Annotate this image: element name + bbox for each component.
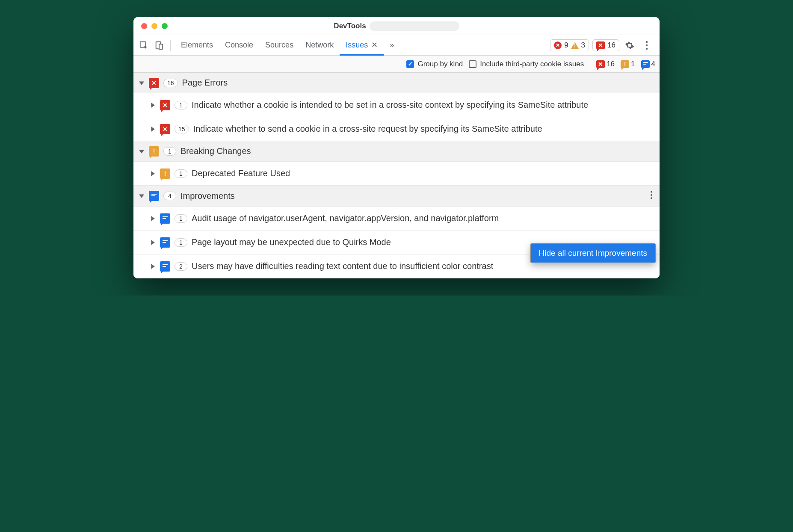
filter-chip-errors[interactable]: ✕ 16 [596,60,615,68]
tab-label: Issues [346,41,368,50]
group-header-improvements[interactable]: 4 Improvements [133,186,660,207]
separator [590,59,590,69]
error-icon: ✕ [554,41,562,49]
chevron-right-icon [150,127,156,132]
warning-bubble-icon: ! [160,168,170,179]
kebab-icon[interactable] [640,38,654,52]
issue-count: 1 [175,214,187,223]
issue-title: Page layout may be unexpected due to Qui… [192,236,391,248]
devtools-window: DevTools Elements Console Sources Networ… [133,17,660,278]
count: 4 [651,60,655,68]
warning-icon [571,42,579,49]
toolbar-separator [170,40,171,51]
toolbar-right: ✕ 9 3 ✕ 16 [550,38,656,52]
group-header-errors[interactable]: ✕ 16 Page Errors [133,73,660,93]
issue-row[interactable]: 1 Audit usage of navigator.userAgent, na… [133,207,660,231]
warning-count: 3 [581,41,585,50]
group-title: Breaking Changes [180,146,251,156]
tab-label: Sources [265,41,293,50]
group-title: Page Errors [182,78,228,88]
tab-network[interactable]: Network [299,35,340,56]
improvement-bubble-icon [641,60,650,68]
group-by-kind-label: Group by kind [417,60,463,68]
menu-item-hide-improvements[interactable]: Hide all current Improvements [539,248,647,258]
error-bubble-icon: ✕ [149,78,159,88]
issue-row[interactable]: ✕ 1 Indicate whether a cookie is intende… [133,93,660,117]
device-toolbar-icon[interactable] [152,38,166,52]
issues-count: 16 [607,41,615,50]
issue-count: 1 [175,169,187,178]
titlebar: DevTools [133,17,660,35]
issue-title: Indicate whether to send a cookie in a c… [193,123,542,135]
third-party-toggle[interactable]: Include third-party cookie issues [469,60,584,68]
issue-title: Users may have difficulties reading text… [192,260,493,272]
chevron-right-icon [150,216,156,221]
third-party-label: Include third-party cookie issues [480,60,584,68]
warning-bubble-icon: ! [149,146,159,157]
count: 1 [631,60,635,68]
console-status-pill[interactable]: ✕ 9 3 [550,39,589,51]
issue-count: 1 [175,101,187,109]
error-count: 9 [564,41,568,50]
main-toolbar: Elements Console Sources Network Issues … [133,35,660,56]
tab-sources[interactable]: Sources [259,35,299,56]
filter-chip-warnings[interactable]: ! 1 [621,60,635,68]
improvement-bubble-icon [160,213,170,224]
tab-label: Elements [181,41,213,50]
tab-label: Network [305,41,334,50]
warning-bubble-icon: ! [621,60,629,68]
issue-count: 15 [175,125,189,133]
filter-chip-improvements[interactable]: 4 [641,60,655,68]
gear-icon[interactable] [623,38,636,52]
error-bubble-icon: ✕ [160,124,170,134]
issues-status-pill[interactable]: ✕ 16 [592,39,619,51]
svg-point-6 [651,191,652,193]
group-count: 1 [163,147,176,156]
svg-point-5 [646,47,648,49]
chevron-right-icon [150,103,156,108]
group-header-warnings[interactable]: ! 1 Breaking Changes [133,141,660,162]
svg-point-7 [651,194,652,196]
improvement-bubble-icon [160,237,170,248]
issue-title: Deprecated Feature Used [192,168,290,179]
chevron-down-icon [139,193,145,198]
issue-count: 1 [175,238,187,247]
error-bubble-icon: ✕ [596,60,605,68]
group-count: 4 [163,192,176,200]
issue-row[interactable]: ! 1 Deprecated Feature Used [133,162,660,186]
tab-label: Console [225,41,253,50]
kebab-icon[interactable] [648,189,654,203]
inspect-element-icon[interactable] [137,38,151,52]
issue-count: 2 [175,262,187,271]
svg-rect-2 [159,44,163,49]
context-menu: Hide all current Improvements [531,244,655,263]
issue-title: Audit usage of navigator.userAgent, navi… [192,213,499,224]
error-bubble-icon: ✕ [160,100,170,110]
svg-point-3 [646,41,648,42]
chevron-right-icon [150,240,156,245]
issues-filter-bar: Group by kind Include third-party cookie… [133,56,660,73]
group-by-kind-toggle[interactable]: Group by kind [406,60,463,68]
chevron-double-right-icon: » [390,41,394,50]
issue-title: Indicate whether a cookie is intended to… [192,99,588,111]
group-title: Improvements [180,191,235,201]
tab-overflow[interactable]: » [384,35,400,56]
window-title: DevTools [133,21,660,31]
svg-point-4 [646,44,648,46]
close-icon[interactable]: ✕ [371,40,378,50]
tab-issues[interactable]: Issues ✕ [340,35,384,56]
url-omitted-pill [370,21,459,31]
panel-tabs: Elements Console Sources Network Issues … [175,35,400,55]
window-title-text: DevTools [334,22,366,30]
group-count: 16 [163,79,178,87]
improvement-bubble-icon [149,191,159,201]
tab-elements[interactable]: Elements [175,35,219,56]
checkbox-icon [469,60,476,68]
chevron-down-icon [139,80,145,86]
issue-row[interactable]: ✕ 15 Indicate whether to send a cookie i… [133,117,660,141]
tab-console[interactable]: Console [219,35,259,56]
improvement-bubble-icon [160,261,170,272]
chevron-down-icon [139,149,145,154]
chevron-right-icon [150,171,156,176]
svg-point-8 [651,197,652,199]
